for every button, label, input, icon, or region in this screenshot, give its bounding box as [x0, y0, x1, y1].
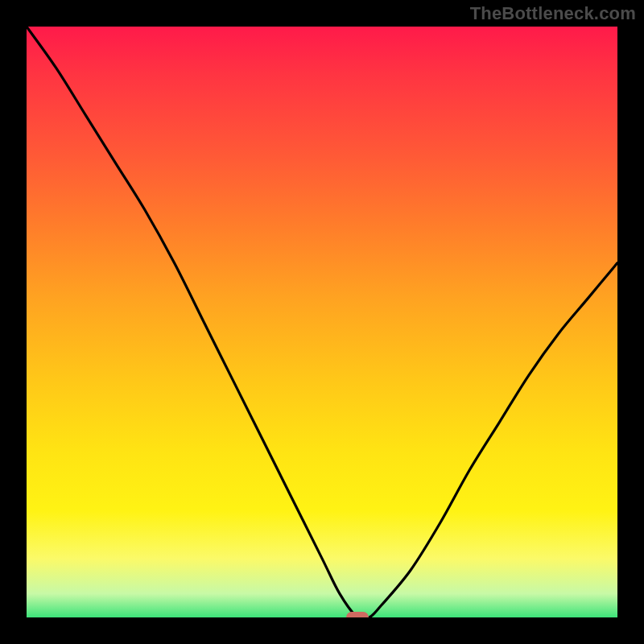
- plot-area: [27, 27, 617, 617]
- chart-frame: TheBottleneck.com: [0, 0, 644, 644]
- optimum-marker: [346, 612, 369, 617]
- bottleneck-curve: [27, 27, 617, 617]
- bottleneck-curve-path: [27, 27, 617, 617]
- attribution-label: TheBottleneck.com: [470, 3, 636, 24]
